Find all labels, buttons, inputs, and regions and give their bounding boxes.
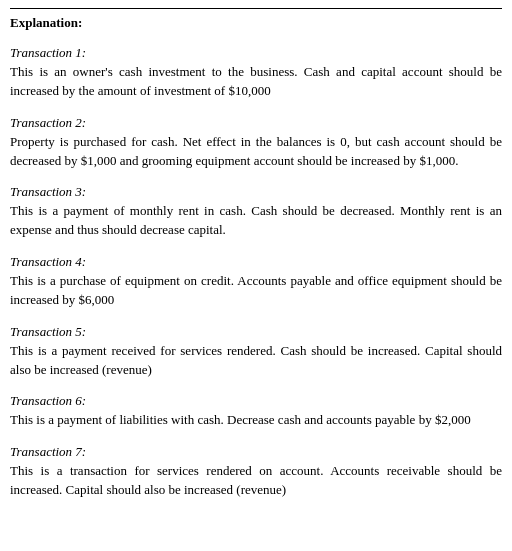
transaction-block-7: Transaction 7: This is a transaction for… — [10, 444, 502, 500]
transaction-2-text: Property is purchased for cash. Net effe… — [10, 133, 502, 171]
explanation-header: Explanation: — [10, 15, 502, 31]
transaction-1-title: Transaction 1: — [10, 45, 502, 61]
transaction-5-title: Transaction 5: — [10, 324, 502, 340]
transaction-1-text: This is an owner's cash investment to th… — [10, 63, 502, 101]
section-title: Explanation: — [10, 15, 502, 31]
transaction-block-3: Transaction 3: This is a payment of mont… — [10, 184, 502, 240]
transaction-block-1: Transaction 1: This is an owner's cash i… — [10, 45, 502, 101]
transaction-7-title: Transaction 7: — [10, 444, 502, 460]
transaction-block-2: Transaction 2: Property is purchased for… — [10, 115, 502, 171]
transaction-block-5: Transaction 5: This is a payment receive… — [10, 324, 502, 380]
top-border — [10, 8, 502, 9]
transaction-2-title: Transaction 2: — [10, 115, 502, 131]
transaction-5-text: This is a payment received for services … — [10, 342, 502, 380]
transaction-block-4: Transaction 4: This is a purchase of equ… — [10, 254, 502, 310]
transaction-6-title: Transaction 6: — [10, 393, 502, 409]
transaction-7-text: This is a transaction for services rende… — [10, 462, 502, 500]
transaction-3-text: This is a payment of monthly rent in cas… — [10, 202, 502, 240]
transaction-4-text: This is a purchase of equipment on credi… — [10, 272, 502, 310]
transaction-4-title: Transaction 4: — [10, 254, 502, 270]
transaction-3-title: Transaction 3: — [10, 184, 502, 200]
transaction-block-6: Transaction 6: This is a payment of liab… — [10, 393, 502, 430]
transaction-6-text: This is a payment of liabilities with ca… — [10, 411, 502, 430]
